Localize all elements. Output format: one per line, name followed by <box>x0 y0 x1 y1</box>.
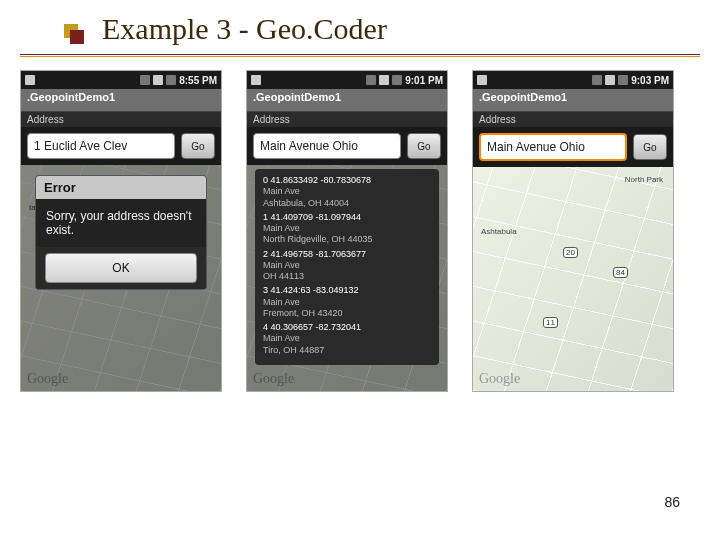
clock-text: 8:55 PM <box>179 75 217 86</box>
notification-icon <box>25 75 35 85</box>
dialog-actions: OK <box>36 247 206 289</box>
map-view[interactable]: tabula Google 0 41.8633492 -80.7830678 M… <box>247 165 447 391</box>
go-button[interactable]: Go <box>633 134 667 160</box>
battery-icon <box>618 75 628 85</box>
rule-secondary <box>20 56 700 57</box>
threeg-icon <box>366 75 376 85</box>
threeg-icon <box>140 75 150 85</box>
go-button[interactable]: Go <box>407 133 441 159</box>
result-item[interactable]: 4 40.306657 -82.732041 Main Ave Tiro, OH… <box>263 322 431 356</box>
status-bar: 8:55 PM <box>21 71 221 89</box>
app-title-bar: .GeopointDemo1 <box>247 89 447 112</box>
slide-accent <box>64 24 82 42</box>
battery-icon <box>166 75 176 85</box>
map-watermark: Google <box>479 371 520 387</box>
battery-icon <box>392 75 402 85</box>
modal-overlay: Error Sorry, your address doesn't exist.… <box>21 165 221 391</box>
address-row: Main Avenue Ohio Go <box>473 127 673 167</box>
phone-screenshot-3: 9:03 PM .GeopointDemo1 Address Main Aven… <box>472 70 674 392</box>
page-number: 86 <box>664 494 680 510</box>
screenshots-row: 8:55 PM .GeopointDemo1 Address 1 Euclid … <box>20 70 700 392</box>
ok-button[interactable]: OK <box>45 253 197 283</box>
status-bar: 9:01 PM <box>247 71 447 89</box>
result-line1: Main Ave <box>263 333 431 344</box>
address-input[interactable]: Main Avenue Ohio <box>253 133 401 159</box>
phone-screenshot-1: 8:55 PM .GeopointDemo1 Address 1 Euclid … <box>20 70 222 392</box>
result-line1: Main Ave <box>263 260 431 271</box>
result-line2: Fremont, OH 43420 <box>263 308 431 319</box>
signal-icon <box>379 75 389 85</box>
result-coords: 3 41.424:63 -83.049132 <box>263 285 431 296</box>
signal-icon <box>153 75 163 85</box>
result-line2: OH 44113 <box>263 271 431 282</box>
address-input[interactable]: 1 Euclid Ave Clev <box>27 133 175 159</box>
highway-shield-icon: 84 <box>613 267 628 278</box>
address-row: 1 Euclid Ave Clev Go <box>21 127 221 165</box>
result-item[interactable]: 2 41.496758 -81.7063677 Main Ave OH 4411… <box>263 249 431 283</box>
dialog-message: Sorry, your address doesn't exist. <box>36 199 206 247</box>
map-view[interactable]: North Park Ashtabula 20 84 11 Google <box>473 167 673 391</box>
status-bar: 9:03 PM <box>473 71 673 89</box>
result-coords: 0 41.8633492 -80.7830678 <box>263 175 431 186</box>
results-overlay: 0 41.8633492 -80.7830678 Main Ave Ashtab… <box>247 165 447 391</box>
map-place-label: North Park <box>625 175 663 184</box>
address-row: Main Avenue Ohio Go <box>247 127 447 165</box>
phone-screenshot-2: 9:01 PM .GeopointDemo1 Address Main Aven… <box>246 70 448 392</box>
address-label: Address <box>21 112 221 127</box>
address-label: Address <box>247 112 447 127</box>
result-item[interactable]: 1 41.409709 -81.097944 Main Ave North Ri… <box>263 212 431 246</box>
result-line1: Main Ave <box>263 297 431 308</box>
address-label: Address <box>473 112 673 127</box>
notification-icon <box>251 75 261 85</box>
result-coords: 1 41.409709 -81.097944 <box>263 212 431 223</box>
result-line2: North Ridgeville, OH 44035 <box>263 234 431 245</box>
result-line2: Tiro, OH 44887 <box>263 345 431 356</box>
result-item[interactable]: 3 41.424:63 -83.049132 Main Ave Fremont,… <box>263 285 431 319</box>
map-view[interactable]: tabula Google Error Sorry, your address … <box>21 165 221 391</box>
slide-title: Example 3 - Geo.Coder <box>102 12 387 46</box>
go-button[interactable]: Go <box>181 133 215 159</box>
address-input[interactable]: Main Avenue Ohio <box>479 133 627 161</box>
rule-primary <box>20 54 700 55</box>
highway-shield-icon: 11 <box>543 317 558 328</box>
app-title-bar: .GeopointDemo1 <box>21 89 221 112</box>
app-title-bar: .GeopointDemo1 <box>473 89 673 112</box>
result-item[interactable]: 0 41.8633492 -80.7830678 Main Ave Ashtab… <box>263 175 431 209</box>
result-coords: 4 40.306657 -82.732041 <box>263 322 431 333</box>
error-dialog: Error Sorry, your address doesn't exist.… <box>35 175 207 290</box>
map-place-label: Ashtabula <box>481 227 517 236</box>
signal-icon <box>605 75 615 85</box>
notification-icon <box>477 75 487 85</box>
threeg-icon <box>592 75 602 85</box>
clock-text: 9:03 PM <box>631 75 669 86</box>
geocode-results[interactable]: 0 41.8633492 -80.7830678 Main Ave Ashtab… <box>255 169 439 365</box>
result-coords: 2 41.496758 -81.7063677 <box>263 249 431 260</box>
result-line2: Ashtabula, OH 44004 <box>263 198 431 209</box>
clock-text: 9:01 PM <box>405 75 443 86</box>
dialog-title: Error <box>36 176 206 199</box>
result-line1: Main Ave <box>263 186 431 197</box>
result-line1: Main Ave <box>263 223 431 234</box>
highway-shield-icon: 20 <box>563 247 578 258</box>
